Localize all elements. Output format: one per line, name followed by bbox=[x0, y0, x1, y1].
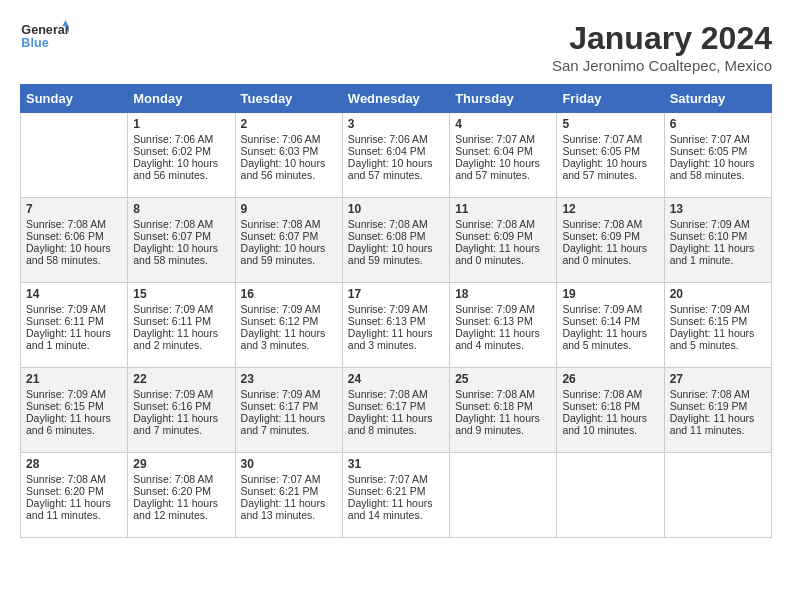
day-number: 9 bbox=[241, 202, 337, 216]
day-info-line: and 6 minutes. bbox=[26, 424, 122, 436]
day-info-line: Sunset: 6:17 PM bbox=[241, 400, 337, 412]
day-info-line: Daylight: 10 hours bbox=[241, 157, 337, 169]
calendar-cell bbox=[450, 453, 557, 538]
day-info-line: Sunset: 6:08 PM bbox=[348, 230, 444, 242]
calendar-cell: 4Sunrise: 7:07 AMSunset: 6:04 PMDaylight… bbox=[450, 113, 557, 198]
day-number: 30 bbox=[241, 457, 337, 471]
day-info-line: Sunset: 6:09 PM bbox=[562, 230, 658, 242]
day-info-line: and 11 minutes. bbox=[670, 424, 766, 436]
calendar-header-sunday: Sunday bbox=[21, 85, 128, 113]
calendar-cell: 9Sunrise: 7:08 AMSunset: 6:07 PMDaylight… bbox=[235, 198, 342, 283]
day-info-line: Daylight: 11 hours bbox=[26, 327, 122, 339]
calendar-cell: 15Sunrise: 7:09 AMSunset: 6:11 PMDayligh… bbox=[128, 283, 235, 368]
day-info-line: Daylight: 11 hours bbox=[348, 327, 444, 339]
page-header: General Blue January 2024 San Jeronimo C… bbox=[20, 20, 772, 74]
calendar-cell: 1Sunrise: 7:06 AMSunset: 6:02 PMDaylight… bbox=[128, 113, 235, 198]
day-number: 14 bbox=[26, 287, 122, 301]
day-info-line: Sunrise: 7:08 AM bbox=[348, 218, 444, 230]
day-info-line: and 59 minutes. bbox=[241, 254, 337, 266]
day-info-line: and 58 minutes. bbox=[670, 169, 766, 181]
day-info-line: Sunset: 6:16 PM bbox=[133, 400, 229, 412]
day-info-line: Sunrise: 7:09 AM bbox=[133, 388, 229, 400]
logo: General Blue bbox=[20, 20, 70, 50]
day-info-line: Daylight: 11 hours bbox=[562, 327, 658, 339]
day-info-line: Daylight: 11 hours bbox=[348, 497, 444, 509]
calendar-week-2: 7Sunrise: 7:08 AMSunset: 6:06 PMDaylight… bbox=[21, 198, 772, 283]
day-info-line: Daylight: 10 hours bbox=[348, 157, 444, 169]
day-info-line: Sunrise: 7:06 AM bbox=[348, 133, 444, 145]
day-number: 3 bbox=[348, 117, 444, 131]
calendar-cell: 19Sunrise: 7:09 AMSunset: 6:14 PMDayligh… bbox=[557, 283, 664, 368]
day-number: 12 bbox=[562, 202, 658, 216]
day-info-line: Sunset: 6:02 PM bbox=[133, 145, 229, 157]
day-info-line: Sunrise: 7:08 AM bbox=[133, 473, 229, 485]
day-number: 4 bbox=[455, 117, 551, 131]
calendar-week-1: 1Sunrise: 7:06 AMSunset: 6:02 PMDaylight… bbox=[21, 113, 772, 198]
day-info-line: and 0 minutes. bbox=[455, 254, 551, 266]
day-number: 16 bbox=[241, 287, 337, 301]
day-info-line: Daylight: 10 hours bbox=[26, 242, 122, 254]
day-info-line: and 12 minutes. bbox=[133, 509, 229, 521]
calendar-cell: 27Sunrise: 7:08 AMSunset: 6:19 PMDayligh… bbox=[664, 368, 771, 453]
day-info-line: Daylight: 11 hours bbox=[348, 412, 444, 424]
day-info-line: Daylight: 11 hours bbox=[455, 412, 551, 424]
day-number: 21 bbox=[26, 372, 122, 386]
day-number: 20 bbox=[670, 287, 766, 301]
day-info-line: Sunrise: 7:09 AM bbox=[455, 303, 551, 315]
day-info-line: Sunset: 6:11 PM bbox=[133, 315, 229, 327]
day-info-line: Sunrise: 7:09 AM bbox=[562, 303, 658, 315]
day-info-line: Sunrise: 7:08 AM bbox=[241, 218, 337, 230]
calendar-cell: 14Sunrise: 7:09 AMSunset: 6:11 PMDayligh… bbox=[21, 283, 128, 368]
day-info-line: Sunrise: 7:08 AM bbox=[670, 388, 766, 400]
day-info-line: Sunset: 6:03 PM bbox=[241, 145, 337, 157]
day-info-line: and 3 minutes. bbox=[241, 339, 337, 351]
day-info-line: Sunrise: 7:09 AM bbox=[348, 303, 444, 315]
day-info-line: and 10 minutes. bbox=[562, 424, 658, 436]
day-info-line: and 11 minutes. bbox=[26, 509, 122, 521]
day-info-line: Sunset: 6:10 PM bbox=[670, 230, 766, 242]
day-info-line: and 57 minutes. bbox=[348, 169, 444, 181]
day-info-line: Sunset: 6:15 PM bbox=[26, 400, 122, 412]
day-number: 24 bbox=[348, 372, 444, 386]
day-info-line: Sunset: 6:20 PM bbox=[133, 485, 229, 497]
day-number: 19 bbox=[562, 287, 658, 301]
calendar-cell: 18Sunrise: 7:09 AMSunset: 6:13 PMDayligh… bbox=[450, 283, 557, 368]
day-info-line: and 58 minutes. bbox=[133, 254, 229, 266]
calendar-header-wednesday: Wednesday bbox=[342, 85, 449, 113]
calendar-header-monday: Monday bbox=[128, 85, 235, 113]
calendar-cell: 6Sunrise: 7:07 AMSunset: 6:05 PMDaylight… bbox=[664, 113, 771, 198]
day-number: 18 bbox=[455, 287, 551, 301]
calendar-cell: 10Sunrise: 7:08 AMSunset: 6:08 PMDayligh… bbox=[342, 198, 449, 283]
day-info-line: Sunset: 6:18 PM bbox=[562, 400, 658, 412]
calendar-week-5: 28Sunrise: 7:08 AMSunset: 6:20 PMDayligh… bbox=[21, 453, 772, 538]
day-info-line: Daylight: 11 hours bbox=[670, 242, 766, 254]
day-number: 7 bbox=[26, 202, 122, 216]
day-info-line: and 8 minutes. bbox=[348, 424, 444, 436]
day-info-line: Daylight: 11 hours bbox=[455, 327, 551, 339]
calendar-cell: 13Sunrise: 7:09 AMSunset: 6:10 PMDayligh… bbox=[664, 198, 771, 283]
calendar-cell: 20Sunrise: 7:09 AMSunset: 6:15 PMDayligh… bbox=[664, 283, 771, 368]
day-info-line: Sunrise: 7:07 AM bbox=[455, 133, 551, 145]
day-info-line: and 5 minutes. bbox=[670, 339, 766, 351]
day-number: 13 bbox=[670, 202, 766, 216]
calendar-body: 1Sunrise: 7:06 AMSunset: 6:02 PMDaylight… bbox=[21, 113, 772, 538]
day-info-line: Sunrise: 7:07 AM bbox=[241, 473, 337, 485]
day-info-line: Sunset: 6:18 PM bbox=[455, 400, 551, 412]
day-number: 6 bbox=[670, 117, 766, 131]
day-info-line: Daylight: 11 hours bbox=[133, 412, 229, 424]
calendar-cell: 25Sunrise: 7:08 AMSunset: 6:18 PMDayligh… bbox=[450, 368, 557, 453]
day-info-line: Sunrise: 7:09 AM bbox=[133, 303, 229, 315]
logo-icon: General Blue bbox=[20, 20, 70, 50]
calendar-header-row: SundayMondayTuesdayWednesdayThursdayFrid… bbox=[21, 85, 772, 113]
calendar-header-thursday: Thursday bbox=[450, 85, 557, 113]
calendar-cell: 8Sunrise: 7:08 AMSunset: 6:07 PMDaylight… bbox=[128, 198, 235, 283]
day-info-line: and 5 minutes. bbox=[562, 339, 658, 351]
day-info-line: Sunrise: 7:08 AM bbox=[562, 388, 658, 400]
day-number: 25 bbox=[455, 372, 551, 386]
page-subtitle: San Jeronimo Coaltepec, Mexico bbox=[552, 57, 772, 74]
day-info-line: and 4 minutes. bbox=[455, 339, 551, 351]
day-info-line: and 13 minutes. bbox=[241, 509, 337, 521]
day-info-line: Sunset: 6:20 PM bbox=[26, 485, 122, 497]
day-info-line: Daylight: 11 hours bbox=[562, 242, 658, 254]
day-number: 2 bbox=[241, 117, 337, 131]
